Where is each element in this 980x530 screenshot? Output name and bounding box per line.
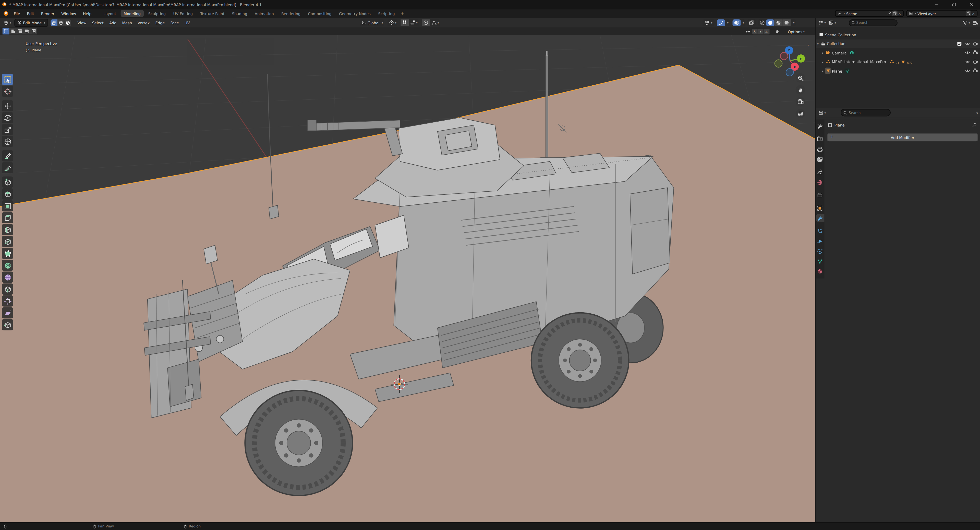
select-invert-button[interactable] [23, 28, 30, 34]
workspace-tab[interactable]: Sculpting [145, 10, 169, 17]
viewport-menu-item[interactable]: Vertex [135, 19, 153, 26]
properties-tab-view-layer[interactable] [816, 155, 824, 163]
tool-button-shear[interactable] [2, 307, 13, 318]
vertex-select-mode[interactable] [50, 19, 57, 26]
properties-tab-object-data[interactable] [816, 257, 824, 265]
minimize-button[interactable] [934, 2, 939, 6]
workspace-tab[interactable]: Scripting [375, 10, 398, 17]
sidebar-collapse-arrow[interactable]: ‹ [807, 42, 810, 48]
viewlayer-name[interactable]: ViewLayer [918, 11, 966, 15]
menu-item[interactable]: File [11, 10, 23, 17]
zoom-view-button[interactable] [796, 73, 805, 83]
mirror-axis-button[interactable]: Y [758, 28, 764, 34]
properties-tab-render[interactable] [816, 135, 824, 143]
workspace-tab[interactable]: Layout [100, 10, 119, 17]
close-button[interactable] [969, 2, 974, 6]
properties-tab-physics[interactable] [816, 237, 824, 245]
tool-button-edge-slide[interactable] [2, 283, 13, 295]
shading-solid-button[interactable] [767, 19, 775, 26]
workspace-tab[interactable]: Geometry Nodes [336, 10, 374, 17]
snap-target-dropdown[interactable]: ▾ [409, 19, 419, 26]
tool-button-select-box[interactable] [2, 74, 13, 85]
gizmo-dropdown[interactable]: ▾ [725, 19, 730, 26]
tool-button-poly-build[interactable] [2, 248, 13, 259]
workspace-tab[interactable]: Shading [229, 10, 250, 17]
menu-item[interactable]: Help [80, 10, 95, 17]
row-label[interactable]: Plane [832, 69, 842, 73]
tool-button-knife[interactable] [2, 236, 13, 247]
tool-button-rotate[interactable] [2, 112, 13, 123]
tool-button-spin[interactable] [2, 260, 13, 271]
editor-type-button[interactable]: ▾ [2, 19, 12, 26]
gizmo-axis-y[interactable]: Y [797, 54, 805, 62]
mirror-axis-button[interactable]: Z [764, 28, 770, 34]
properties-tab-material[interactable] [816, 268, 824, 276]
menu-item[interactable]: Window [58, 10, 79, 17]
properties-tab-object[interactable] [816, 204, 824, 212]
outliner-filter-dropdown[interactable]: ▾ [961, 19, 971, 26]
row-label[interactable]: MRAP_International_MaxxPro [832, 59, 886, 64]
breadcrumb-object-name[interactable]: Plane [835, 123, 845, 127]
navigation-gizmo[interactable]: Z Y X [771, 39, 811, 79]
properties-search-input[interactable]: Search [841, 109, 891, 116]
tool-button-inset-faces[interactable] [2, 200, 13, 211]
add-workspace-button[interactable]: + [398, 11, 407, 16]
workspace-tab[interactable]: Modeling [121, 10, 144, 17]
blender-menu-icon[interactable] [3, 11, 9, 16]
tool-button-extrude-region[interactable] [2, 188, 13, 200]
pivot-point-dropdown[interactable]: ▾ [388, 19, 398, 26]
viewlayer-selector[interactable]: ▾ ViewLayer × [906, 10, 977, 17]
outliner-row-scene-collection[interactable]: Scene Collection [816, 30, 980, 39]
shading-rendered-button[interactable] [783, 19, 791, 26]
overlays-dropdown[interactable]: ▾ [740, 19, 745, 26]
exclude-checkbox[interactable] [957, 41, 962, 46]
render-visibility-icon[interactable] [973, 59, 978, 64]
new-collection-button[interactable] [971, 19, 980, 26]
mirror-axis-button[interactable]: X [752, 28, 758, 34]
shading-wireframe-button[interactable] [759, 19, 767, 26]
outliner-display-mode-dropdown[interactable]: ▾ [827, 19, 837, 26]
tool-button-transform[interactable] [2, 136, 13, 147]
properties-tab-particles[interactable] [816, 227, 824, 235]
hide-eye-icon[interactable] [965, 50, 970, 55]
hide-eye-icon[interactable] [965, 41, 970, 46]
add-modifier-button[interactable]: + Add Modifier [827, 133, 978, 141]
render-visibility-icon[interactable] [973, 41, 978, 46]
viewport-menu-item[interactable]: Mesh [119, 19, 135, 26]
transform-orientation-dropdown[interactable]: Global ▾ [360, 19, 384, 26]
viewport-menu-item[interactable]: Edge [153, 19, 167, 26]
proportional-edit-toggle[interactable] [422, 19, 430, 26]
tool-button-loop-cut[interactable] [2, 224, 13, 235]
outliner-row-plane[interactable]: ▸ Plane [816, 67, 980, 75]
properties-tab-modifiers[interactable] [816, 214, 824, 222]
properties-tab-collection[interactable] [816, 191, 824, 200]
restore-button[interactable] [952, 2, 956, 6]
hide-eye-icon[interactable] [965, 68, 970, 73]
edge-select-mode[interactable] [57, 19, 64, 26]
row-label[interactable]: Collection [827, 42, 845, 46]
workspace-tab[interactable]: Texture Paint [197, 10, 228, 17]
viewport-canvas[interactable]: User Perspective (2) Plane Z Y X ‹ [0, 35, 815, 522]
workspace-tab[interactable]: Animation [252, 10, 277, 17]
falloff-dropdown[interactable]: ▾ [430, 19, 440, 26]
tool-button-rip-region[interactable] [2, 319, 13, 330]
hide-eye-icon[interactable] [965, 59, 970, 64]
viewport-menu-item[interactable]: UV [182, 19, 193, 26]
new-viewlayer-button[interactable] [966, 11, 971, 16]
properties-tab-output[interactable] [816, 145, 824, 153]
new-scene-button[interactable] [892, 11, 897, 16]
workspace-tab[interactable]: UV Editing [170, 10, 196, 17]
properties-tab-world[interactable] [816, 178, 824, 186]
expand-icon[interactable]: ▸ [821, 51, 825, 54]
select-intersect-button[interactable] [30, 28, 37, 34]
camera-view-button[interactable] [796, 97, 805, 107]
tool-button-cursor[interactable] [2, 86, 13, 97]
mode-dropdown[interactable]: Edit Mode ▾ [14, 19, 48, 27]
face-select-mode[interactable] [64, 19, 71, 26]
expand-icon[interactable]: ▾ [816, 42, 820, 45]
tool-button-add-cube[interactable] [2, 176, 13, 188]
scene-name[interactable]: Scene [846, 11, 886, 15]
properties-options-chevron[interactable]: ▾ [976, 110, 978, 115]
tool-button-bevel[interactable] [2, 212, 13, 223]
tool-button-measure[interactable] [2, 162, 13, 173]
